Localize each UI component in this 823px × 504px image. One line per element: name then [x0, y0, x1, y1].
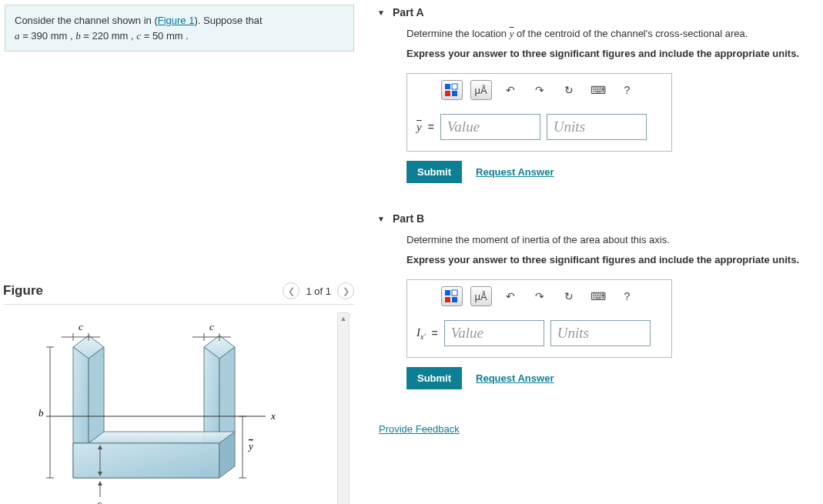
templates-button[interactable]: [441, 80, 463, 100]
part-b-header[interactable]: ▼ Part B: [377, 206, 811, 232]
label-c2: c: [209, 321, 214, 332]
var-a: a: [15, 30, 20, 42]
part-b-title: Part B: [393, 212, 424, 225]
value-input-a[interactable]: Value: [440, 114, 540, 140]
equals-a: =: [428, 121, 434, 133]
help-icon[interactable]: ?: [617, 286, 638, 306]
undo-icon[interactable]: ↶: [500, 286, 521, 306]
figure-title: Figure: [3, 283, 43, 299]
keyboard-icon[interactable]: ⌨: [587, 286, 609, 306]
request-answer-a[interactable]: Request Answer: [476, 166, 554, 178]
problem-text-prefix: Consider the channel shown in (: [15, 15, 158, 26]
svg-rect-36: [452, 290, 457, 295]
prompt-a-suffix: of the centroid of the channel's cross-s…: [514, 28, 748, 39]
var-c: c: [136, 30, 141, 42]
help-icon[interactable]: ?: [617, 80, 638, 100]
label-c3: c: [97, 498, 102, 504]
request-answer-b[interactable]: Request Answer: [476, 372, 554, 384]
undo-icon[interactable]: ↶: [500, 80, 521, 100]
answer-box-a: μÅ ↶ ↷ ↻ ⌨ ? y = Value Units: [406, 73, 672, 152]
pager-prev[interactable]: ❮: [283, 282, 299, 299]
svg-marker-3: [89, 347, 104, 443]
problem-text-suffix: ). Suppose that: [194, 15, 262, 26]
figure-panel: Figure ❮ 1 of 1 ❯: [0, 282, 354, 504]
part-a-instr: Express your answer to three significant…: [406, 46, 811, 62]
provide-feedback-link[interactable]: Provide Feedback: [379, 423, 811, 435]
units-button[interactable]: μÅ: [470, 80, 492, 100]
pager-label: 1 of 1: [306, 285, 331, 297]
units-input-a[interactable]: Units: [547, 114, 647, 140]
part-a-title: Part A: [393, 6, 424, 18]
figure-scrollbar[interactable]: ▲ ▼: [337, 312, 350, 504]
val-a: = 390 mm ,: [22, 30, 72, 42]
svg-rect-33: [445, 91, 450, 96]
units-button[interactable]: μÅ: [470, 286, 492, 306]
part-a-header[interactable]: ▼ Part A: [377, 0, 811, 26]
reset-icon[interactable]: ↻: [558, 286, 580, 306]
redo-icon[interactable]: ↷: [529, 80, 550, 100]
figure-pager: ❮ 1 of 1 ❯: [283, 282, 354, 299]
keyboard-icon[interactable]: ⌨: [587, 80, 609, 100]
svg-rect-32: [452, 84, 457, 89]
submit-button-b[interactable]: Submit: [406, 367, 462, 389]
svg-rect-35: [445, 290, 450, 295]
value-input-b[interactable]: Value: [444, 320, 544, 346]
var-label-b: Ix': [417, 326, 426, 341]
part-a-prompt: Determine the location y of the centroid…: [406, 26, 811, 42]
var-label-a: y: [417, 121, 422, 134]
units-input-b[interactable]: Units: [550, 320, 651, 346]
var-b: b: [75, 30, 81, 42]
caret-down-icon: ▼: [377, 215, 385, 223]
caret-down-icon: ▼: [377, 8, 385, 17]
problem-statement: Consider the channel shown in (Figure 1)…: [5, 5, 354, 52]
svg-rect-37: [445, 297, 450, 302]
submit-button-a[interactable]: Submit: [406, 161, 462, 183]
svg-rect-31: [445, 84, 450, 89]
scroll-up-icon[interactable]: ▲: [338, 313, 349, 324]
val-b: = 220 mm ,: [83, 30, 133, 42]
reset-icon[interactable]: ↻: [558, 80, 580, 100]
templates-button[interactable]: [441, 286, 463, 306]
equals-b: =: [432, 327, 438, 339]
svg-rect-34: [452, 91, 457, 96]
pager-next[interactable]: ❯: [337, 282, 354, 299]
label-ybar: y: [247, 440, 253, 452]
svg-marker-30: [98, 481, 102, 486]
figure-image: x y b a: [8, 312, 293, 504]
label-x: x: [270, 410, 276, 422]
svg-marker-5: [219, 347, 235, 443]
part-b-prompt: Determine the moment of inertia of the a…: [406, 232, 811, 248]
val-c: = 50 mm .: [144, 30, 189, 42]
label-c1: c: [79, 321, 83, 332]
svg-rect-38: [452, 297, 457, 302]
prompt-a-prefix: Determine the location: [406, 28, 510, 39]
svg-marker-8: [73, 443, 219, 478]
part-b-instr: Express your answer to three significant…: [406, 252, 811, 268]
answer-box-b: μÅ ↶ ↷ ↻ ⌨ ? Ix' = Value Units: [406, 279, 672, 358]
label-b: b: [38, 407, 44, 419]
redo-icon[interactable]: ↷: [529, 286, 550, 306]
figure-link[interactable]: Figure 1: [158, 15, 195, 26]
